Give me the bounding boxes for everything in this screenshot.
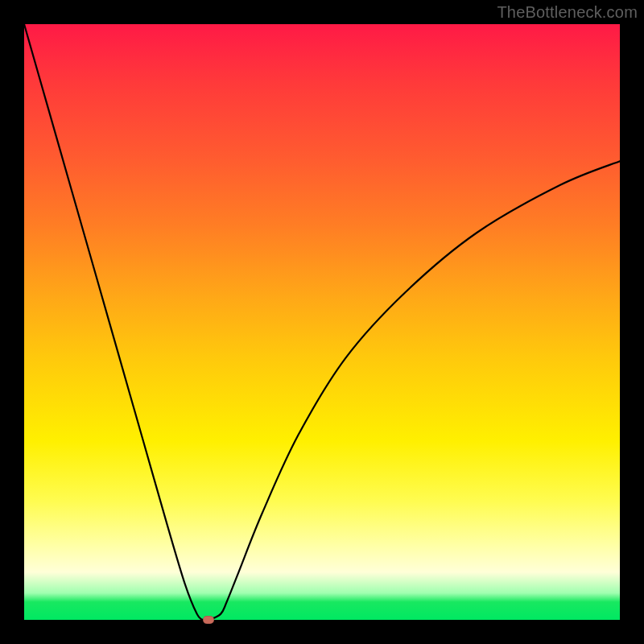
plot-area bbox=[24, 24, 620, 620]
chart-frame: TheBottleneck.com bbox=[0, 0, 644, 644]
curve-svg bbox=[24, 24, 620, 620]
bottleneck-curve bbox=[24, 24, 620, 620]
optimal-point-marker bbox=[203, 616, 214, 624]
watermark-text: TheBottleneck.com bbox=[497, 3, 638, 22]
